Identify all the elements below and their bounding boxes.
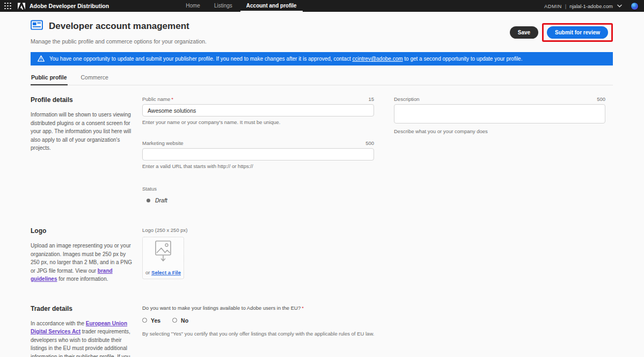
nav-separator: | [565,3,566,9]
nav-item-home[interactable]: Home [180,0,206,12]
public-name-group: Public name* 15 Enter your name or your … [142,96,374,125]
eu-listings-radio-group: Yes No [142,317,374,324]
chevron-down-icon[interactable] [617,4,622,8]
logo-description: Upload an image representing you or your… [31,242,133,283]
radio-icon [142,318,147,323]
description-counter: 500 [597,96,605,102]
radio-option-yes[interactable]: Yes [142,317,160,324]
description-textarea[interactable] [394,104,605,123]
logo-upload-label: Logo (250 x 250 px) [142,227,188,233]
required-asterisk: * [171,96,173,102]
status-group: Status Draft [142,186,374,203]
app-grid-icon[interactable] [4,3,11,10]
eu-listings-question: Do you want to make your listings availa… [142,305,374,311]
marketing-website-label: Marketing website [142,140,184,146]
tab-public-profile[interactable]: Public profile [31,72,68,85]
banner-text: You have one opportunity to update and s… [49,56,522,62]
nav-items: Home Listings Account and profile [180,0,303,12]
select-file-link[interactable]: Select a File [151,269,181,275]
profile-details-heading: Profile details [31,96,133,104]
role-label: ADMIN [544,3,562,9]
account-card-icon [31,20,43,32]
required-asterisk: * [302,305,304,311]
nav-item-account-and-profile[interactable]: Account and profile [240,0,303,12]
marketing-website-counter: 500 [365,140,374,146]
description-group: Description 500 Describe what you or you… [394,96,605,134]
public-name-label: Public name* [142,96,173,102]
profile-details-section: Profile details Information will be show… [31,96,613,203]
logo-heading: Logo [31,227,133,235]
org-label: njalal-1-adobe.com [569,3,613,9]
profile-details-description: Information will be shown to users viewi… [31,111,133,152]
adobe-logo-icon [18,3,25,10]
public-name-counter: 15 [368,96,374,102]
save-button[interactable]: Save [510,26,538,39]
trader-details-section: Trader details In accordance with the Eu… [31,305,613,357]
public-name-help: Enter your name or your company's name. … [142,119,374,125]
radio-icon [172,318,177,323]
marketing-website-input[interactable] [142,148,374,161]
description-label: Description [394,96,420,102]
radio-option-no[interactable]: No [172,317,188,324]
submit-for-review-button[interactable]: Submit for review [547,26,608,39]
trader-paragraph-1: In accordance with the European Union Di… [31,319,133,357]
status-label: Status [142,186,374,192]
page-subtitle: Manage the public profile and commerce o… [31,38,207,45]
annotation-highlight-box: Submit for review [542,23,613,42]
warning-icon [38,54,45,64]
info-banner: You have one opportunity to update and s… [31,52,613,65]
app-title: Adobe Developer Distribution [30,3,109,9]
banner-email-link[interactable]: ccintrev@adobe.com [352,56,402,62]
avatar[interactable] [631,2,639,10]
trader-details-heading: Trader details [31,305,133,312]
public-name-input[interactable] [142,104,374,116]
top-nav: Adobe Developer Distribution Home Listin… [0,0,644,12]
status-badge: Draft [155,197,167,203]
logo-section: Logo Upload an image representing you or… [31,227,613,283]
status-dot-icon [147,199,150,202]
tab-bar: Public profile Commerce [31,72,613,85]
eu-certify-help: By selecting "Yes" you certify that you … [142,331,374,337]
image-upload-icon [153,241,173,265]
logo-dropzone[interactable]: or Select a File [142,237,184,279]
page-title: Developer account management [49,21,189,32]
tab-commerce[interactable]: Commerce [80,72,109,85]
dropzone-text: or Select a File [145,269,181,275]
nav-item-listings[interactable]: Listings [208,0,238,12]
marketing-website-help: Enter a valid URL that starts with http:… [142,163,374,169]
marketing-website-group: Marketing website 500 Enter a valid URL … [142,140,374,169]
description-help: Describe what you or your company does [394,128,605,134]
